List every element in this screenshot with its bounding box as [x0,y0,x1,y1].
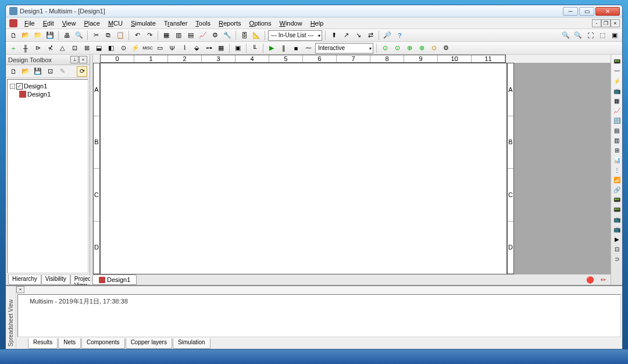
word-gen-icon[interactable]: ▤ [612,126,622,135]
rename-icon[interactable]: ✎ [57,66,67,77]
tab-copper[interactable]: Copper layers [126,338,172,349]
multimeter-icon[interactable]: 📟 [612,57,622,66]
close-design-icon[interactable]: ⊡ [45,66,55,77]
place-analog-icon[interactable]: △ [57,43,67,53]
fullscreen-icon[interactable]: ▣ [609,30,620,41]
menu-options[interactable]: Options [246,19,275,28]
tree-child[interactable]: Design1 [10,90,85,98]
backannotate-icon[interactable]: ↘ [353,30,363,41]
place-rf-icon[interactable]: Ψ [167,43,177,53]
zoom-out-icon[interactable]: 🔍 [573,30,583,41]
open-icon[interactable]: 📂 [20,30,31,41]
checkbox-icon[interactable]: ✓ [16,83,23,90]
run-icon[interactable]: ▶ [266,43,277,53]
iv-analyzer-icon[interactable]: 📊 [612,156,622,165]
spreadsheet-body[interactable]: Multisim - 2019年1月1日, 17:38:38 [17,294,621,337]
tab-simulation[interactable]: Simulation [173,338,210,349]
place-hierarchical-icon[interactable]: ▣ [233,43,243,53]
analysis-icon[interactable]: ⁓ [303,43,313,53]
os-taskbar[interactable] [0,349,628,364]
new-design-icon[interactable]: 🗋 [8,66,19,77]
place-basic-icon[interactable]: ╫ [20,43,31,53]
labview-icon[interactable]: ▶ [612,235,622,244]
probe-power-icon[interactable]: ⊗ [416,43,427,53]
tab-results[interactable]: Results [28,338,58,349]
grid-toggle-icon[interactable]: ▦ [161,30,172,41]
mdi-minimize[interactable]: - [592,19,601,27]
inuse-list-combo[interactable]: --- In-Use List --- [268,30,322,41]
database-icon[interactable]: 🗄 [239,30,249,41]
place-advanced-icon[interactable]: ▭ [155,43,165,53]
wattmeter-icon[interactable]: ⚡ [612,77,622,85]
logic-analyzer-icon[interactable]: ▥ [612,136,622,145]
agilent-mm-icon[interactable]: 📟 [612,205,622,214]
tree-root[interactable]: - ✓ Design1 [10,82,85,90]
distortion-icon[interactable]: ⋮ [612,166,622,174]
mdi-icon[interactable] [9,19,17,27]
print-icon[interactable]: 🖶 [62,30,72,41]
probe-diff-icon[interactable]: ⊙ [429,43,439,53]
place-power-icon[interactable]: ⚡ [130,43,141,53]
component-wizard-icon[interactable]: 🔧 [222,30,233,41]
tab-visibility[interactable]: Visibility [41,275,70,285]
schematic-canvas[interactable] [100,63,507,274]
tab-nets[interactable]: Nets [58,338,81,349]
spectrum-icon[interactable]: 📶 [612,176,622,184]
tek-scope-icon[interactable]: 📺 [612,225,622,234]
probe-voltage-icon[interactable]: ⊙ [392,43,402,53]
network-analyzer-icon[interactable]: 🔗 [612,185,622,194]
place-misc-digital-icon[interactable]: ⬓ [94,43,104,53]
place-transistor-icon[interactable]: ⊀ [45,43,55,53]
zoom-fit-icon[interactable]: ⬚ [597,30,608,41]
spreadsheet-toggle-icon[interactable]: ▥ [173,30,184,41]
refresh-icon[interactable]: ⟳ [77,66,87,77]
function-gen-icon[interactable]: 〰 [612,67,622,76]
zoom-in-icon[interactable]: 🔍 [561,30,571,41]
menu-mcu[interactable]: MCU [105,19,126,28]
place-ni-icon[interactable]: ⬙ [191,43,202,53]
menu-file[interactable]: File [21,19,38,28]
netlist-icon[interactable]: ▤ [185,30,196,41]
agilent-fgen-icon[interactable]: 📟 [612,195,622,204]
place-source-icon[interactable]: ÷ [8,43,19,53]
grapher-icon[interactable]: 📈 [198,30,208,41]
place-cmos-icon[interactable]: ⊞ [81,43,92,53]
place-ttl-icon[interactable]: ⊡ [69,43,80,53]
tab-components[interactable]: Components [81,338,125,349]
new-icon[interactable]: 🗋 [8,30,19,41]
bode-plotter-icon[interactable]: 📈 [612,106,622,115]
menu-reports[interactable]: Reports [215,19,245,28]
mdi-close[interactable]: × [611,19,620,27]
place-indicator-icon[interactable]: ⊙ [118,43,129,53]
menu-view[interactable]: View [59,19,80,28]
hierarchy-tree[interactable]: - ✓ Design1 Design1 [7,79,88,273]
ss-close-icon[interactable]: × [16,286,24,293]
oscilloscope-icon[interactable]: 📺 [612,87,622,95]
ni-elvis-icon[interactable]: ⊡ [612,245,622,254]
copy-icon[interactable]: ⧉ [103,30,113,41]
open-sample-icon[interactable]: 📁 [33,30,43,41]
cut-icon[interactable]: ✂ [91,30,101,41]
forward-annotate-icon[interactable]: ⇄ [365,30,376,41]
transfer-ultiboard-icon[interactable]: ↗ [341,30,351,41]
menu-tools[interactable]: Tools [192,19,214,28]
probe-config-icon[interactable]: ⚙ [441,43,451,53]
doc-tab[interactable]: Design1 [92,274,137,285]
menu-place[interactable]: Place [80,19,104,28]
undo-icon[interactable]: ↶ [132,30,142,41]
place-electromech-icon[interactable]: ⌇ [179,43,190,53]
place-diode-icon[interactable]: ⊳ [33,43,43,53]
electrical-rules-icon[interactable]: 📐 [251,30,262,41]
agilent-scope-icon[interactable]: 📺 [612,215,622,224]
find-icon[interactable]: 🔎 [382,30,392,41]
menu-window[interactable]: Window [276,19,305,28]
redo-icon[interactable]: ↷ [144,30,155,41]
menu-transfer[interactable]: Transfer [160,19,191,28]
place-bus-icon[interactable]: ╙ [249,43,260,53]
print-preview-icon[interactable]: 🔍 [74,30,84,41]
freq-counter-icon[interactable]: 🔢 [612,116,622,125]
menu-help[interactable]: Help [307,19,327,28]
sim-mode-combo[interactable]: Interactive [315,43,373,53]
collapse-icon[interactable]: - [10,84,15,89]
probe-settings-icon[interactable]: ⊙ [380,43,390,53]
